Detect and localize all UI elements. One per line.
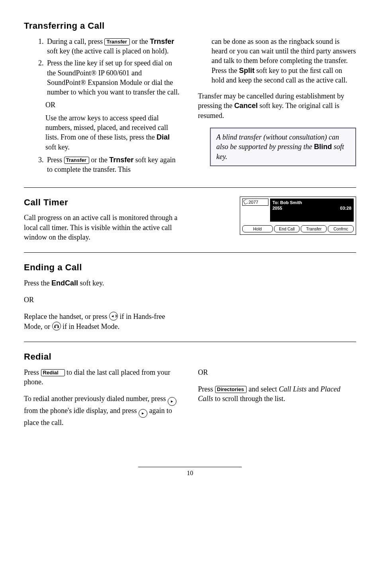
handset-icon [243, 199, 248, 205]
ending-p1: Press the EndCall soft key. [24, 278, 356, 288]
right-arrow-icon [168, 397, 176, 406]
transfer-key: Transfer [104, 38, 129, 45]
lcd-call-timer: 03:28 [340, 205, 351, 211]
or-label: OR [45, 100, 182, 110]
redial-alt: Press Directories and select Call Lists … [198, 384, 356, 404]
heading-transferring: Transferring a Call [24, 20, 356, 32]
text: Replace the handset, or press [24, 313, 109, 321]
redial-key: Redial [41, 369, 65, 376]
note-blind-transfer: A blind transfer (without consultation) … [210, 128, 356, 166]
lcd-softkey-transfer: Transfer [301, 225, 327, 232]
text: Press the [24, 279, 51, 287]
text: or the [89, 156, 109, 164]
or-label: OR [24, 295, 356, 305]
page-footer: 10 [24, 467, 356, 478]
text: Press [47, 156, 64, 164]
text: Press [198, 385, 215, 393]
heading-ending-call: Ending a Call [24, 262, 356, 273]
heading-redial: Redial [24, 351, 356, 363]
phone-lcd-illustration: 2077 To: Bob Smith 2055 03:28 Hold End C… [240, 197, 356, 235]
lcd-softkey-endcall: End Call [274, 225, 300, 232]
lcd-active-call: To: Bob Smith 2055 03:28 [270, 199, 354, 222]
directories-key: Directories [215, 386, 247, 393]
text: to scroll through the list. [213, 395, 285, 403]
trnsfer-softkey-label: Trnsfer [109, 156, 133, 164]
text: To redial another previously dialed numb… [24, 395, 168, 403]
redial-p1: Press Redial to dial the last call place… [24, 368, 182, 387]
split-softkey-label: Split [239, 67, 255, 75]
or-label: OR [198, 368, 356, 377]
step-2: Press the line key if set up for speed d… [45, 58, 182, 97]
blind-softkey-label: Blind [314, 143, 332, 151]
lcd-caller-number: 2055 [272, 205, 282, 211]
text: During a call, press [47, 37, 104, 45]
lcd-softkey-hold: Hold [242, 225, 273, 232]
headset-icon [52, 322, 61, 330]
cancel-softkey-label: Cancel [234, 102, 258, 110]
endcall-softkey-label: EndCall [51, 279, 78, 287]
text: soft key. [78, 279, 104, 287]
text: Use the arrow keys to access speed dial … [45, 114, 168, 142]
text: and select [247, 385, 278, 393]
text: soft key (the active call is placed on h… [47, 47, 168, 55]
step-1: During a call, press Transfer or the Trn… [45, 37, 182, 56]
trnsfer-softkey-label: Trnsfer [150, 37, 174, 45]
step-2-alt: Use the arrow keys to access speed dial … [45, 113, 182, 152]
step-3-continued: can be done as soon as the ringback soun… [198, 37, 356, 85]
lcd-line-key: 2077 [242, 199, 268, 206]
text: soft key. [45, 143, 70, 151]
divider [24, 252, 356, 253]
ending-p2: Replace the handset, or press if in Hand… [24, 312, 183, 331]
call-lists-italic: Call Lists [279, 385, 307, 393]
transfer-key: Transfer [64, 157, 89, 164]
text: Press [24, 368, 41, 376]
text: or the [130, 37, 150, 45]
speakerphone-icon [109, 312, 118, 321]
call-timer-body: Call progress on an active call is monit… [24, 213, 182, 242]
text: if in Headset Mode. [61, 323, 119, 330]
divider [24, 187, 356, 188]
step-3: Press Transfer or the Trnsfer soft key a… [45, 155, 182, 175]
text: from the phone's idle display, and press [24, 407, 139, 415]
redial-p2: To redial another previously dialed numb… [24, 394, 182, 427]
divider [24, 342, 356, 342]
text: and [306, 385, 320, 393]
lcd-caller-name: To: Bob Smith [272, 200, 351, 206]
lcd-extension: 2077 [249, 199, 258, 205]
lcd-softkey-confrnc: Confrnc [328, 225, 354, 232]
cancel-paragraph: Transfer may be cancelled during establi… [198, 91, 356, 120]
dial-softkey-label: Dial [157, 133, 170, 141]
right-arrow-icon [139, 409, 147, 418]
heading-call-timer: Call Timer [24, 197, 182, 208]
page-number: 10 [187, 470, 193, 476]
